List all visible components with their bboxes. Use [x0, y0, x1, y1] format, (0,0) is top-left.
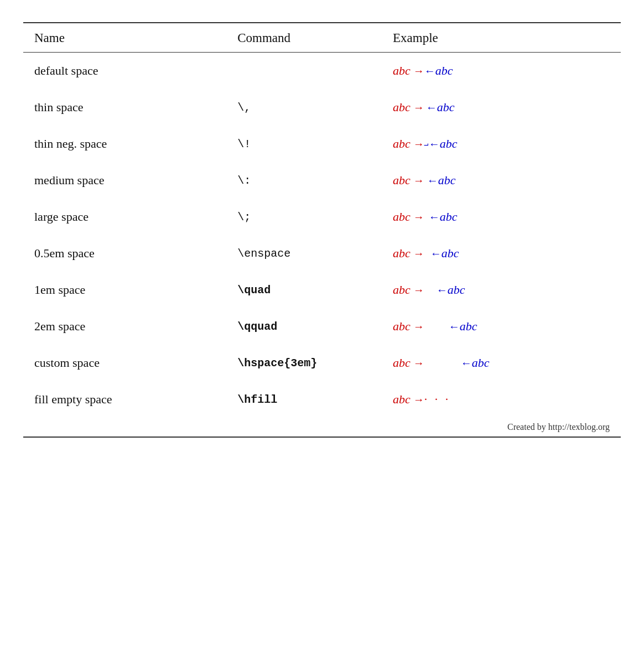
ex-abc-blue: abc	[440, 210, 458, 224]
table-row: fill empty space \hfill abc → · · ·	[23, 381, 621, 418]
ex-arrow-right: →	[411, 393, 424, 406]
ex-abc-red: abc	[393, 173, 411, 188]
main-table-container: Name Command Example default space abc →…	[23, 22, 621, 438]
table-header-row: Name Command Example	[23, 23, 621, 53]
row-example: abc → ← abc	[382, 199, 621, 235]
ex-dots: · · ·	[424, 392, 451, 407]
ex-arrow-left: ←	[437, 284, 448, 297]
row-example: abc → · · ·	[382, 381, 621, 418]
row-example: abc → ← abc	[382, 235, 621, 272]
row-name: 0.5em space	[23, 235, 226, 272]
row-example: abc → ← abc	[382, 89, 621, 126]
ex-abc-blue: abc	[435, 64, 453, 78]
ex-arrow-right: →	[411, 174, 424, 187]
ex-abc-blue: abc	[448, 283, 465, 297]
row-command: \qquad	[226, 308, 382, 345]
ex-arrow-left: ←	[424, 65, 435, 77]
row-command cmd: \enspace	[226, 235, 382, 272]
table-row: thin space \, abc → ← abc	[23, 89, 621, 126]
table-row: 0.5em space \enspace abc → ← abc	[23, 235, 621, 272]
ex-arrow-left: ←	[461, 357, 472, 370]
ex-abc-red: abc	[393, 100, 411, 115]
ex-abc-blue: abc	[438, 173, 456, 188]
row-command: \hspace{3em}	[226, 345, 382, 381]
ex-arrow-left: ←	[429, 211, 440, 224]
row-command: \;	[226, 199, 382, 235]
row-example: abc → ← abc	[382, 308, 621, 345]
ex-arrow-right: →	[411, 247, 424, 260]
col-header-example: Example	[382, 23, 621, 53]
ex-arrow-right: →	[411, 101, 424, 114]
ex-abc-red: abc	[393, 356, 411, 370]
ex-arrow-left: ←	[426, 101, 437, 114]
ex-abc-red: abc	[393, 137, 411, 151]
ex-arrow-right: →	[411, 211, 424, 224]
row-name: default space	[23, 53, 226, 90]
table-footer-row: Created by http://texblog.org	[23, 418, 621, 437]
ex-abc-red: abc	[393, 64, 411, 78]
row-name: fill empty space	[23, 381, 226, 418]
row-example: abc → ← abc	[382, 53, 621, 90]
row-command: \:	[226, 162, 382, 199]
table-row: medium space \: abc → ← abc	[23, 162, 621, 199]
col-header-name: Name	[23, 23, 226, 53]
row-command: \,	[226, 89, 382, 126]
ex-abc-red: abc	[393, 319, 411, 334]
footer-empty	[23, 418, 382, 437]
spacing-table: Name Command Example default space abc →…	[23, 23, 621, 437]
ex-arrow-left: ←	[449, 320, 460, 333]
table-row: 1em space \quad abc → ← abc	[23, 272, 621, 308]
row-name: thin neg. space	[23, 126, 226, 162]
row-command: \hfill	[226, 381, 382, 418]
ex-arrow-cancel: ⨼←	[423, 138, 440, 150]
ex-arrow-right: →	[411, 320, 424, 333]
row-command: \quad	[226, 272, 382, 308]
ex-arrow-left: ←	[427, 174, 438, 187]
row-example: abc → ← abc	[382, 345, 621, 381]
row-name: 1em space	[23, 272, 226, 308]
ex-abc-blue: abc	[442, 246, 459, 261]
footer-credit: Created by http://texblog.org	[382, 418, 621, 437]
ex-arrow-right: →	[411, 138, 424, 150]
row-name: thin space	[23, 89, 226, 126]
ex-abc-blue: abc	[437, 100, 455, 115]
row-name: medium space	[23, 162, 226, 199]
ex-arrow-left: ←	[430, 247, 442, 260]
ex-arrow-right: →	[411, 357, 424, 370]
row-command: \!	[226, 126, 382, 162]
ex-abc-blue: abc	[440, 137, 458, 151]
table-row: default space abc → ← abc	[23, 53, 621, 90]
row-name: large space	[23, 199, 226, 235]
row-example: abc → ⨼← abc	[382, 126, 621, 162]
row-name: 2em space	[23, 308, 226, 345]
row-example: abc → ← abc	[382, 272, 621, 308]
row-name: custom space	[23, 345, 226, 381]
table-row: large space \; abc → ← abc	[23, 199, 621, 235]
ex-abc-blue: abc	[460, 319, 477, 334]
ex-abc-red: abc	[393, 283, 411, 297]
table-row: custom space \hspace{3em} abc → ← abc	[23, 345, 621, 381]
table-row: thin neg. space \! abc → ⨼← abc	[23, 126, 621, 162]
table-row: 2em space \qquad abc → ← abc	[23, 308, 621, 345]
ex-arrow-right: →	[411, 65, 424, 77]
ex-abc-red: abc	[393, 246, 411, 261]
ex-arrow-right: →	[411, 284, 424, 297]
row-command	[226, 53, 382, 90]
ex-abc-red: abc	[393, 210, 411, 224]
ex-abc-blue: abc	[472, 356, 490, 370]
ex-abc-red: abc	[393, 392, 411, 407]
col-header-command: Command	[226, 23, 382, 53]
row-example: abc → ← abc	[382, 162, 621, 199]
